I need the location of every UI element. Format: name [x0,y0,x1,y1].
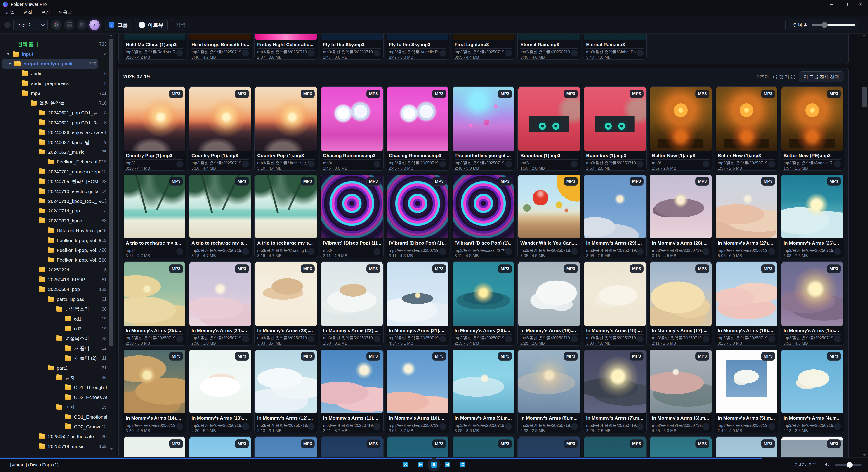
card-action-circle[interactable] [703,248,709,255]
file-card[interactable]: MP3In Mommy's Arms (29)....mp3/올린 음악들/20… [583,174,647,258]
sidebar-folder-20240710_electric guitar_bgm[interactable]: 20240710_electric guitar_bgm14 [0,187,107,196]
sidebar-scroll-down-icon[interactable] [110,448,113,450]
card-action-circle[interactable] [176,50,183,57]
card-action-circle[interactable] [176,248,183,255]
card-action-circle[interactable] [768,161,775,167]
card-action-circle[interactable] [176,336,183,343]
card-action-circle[interactable] [505,50,512,57]
card-action-circle[interactable] [834,336,841,343]
file-card[interactable]: MP3[Vibrant] (Disco Pop) (1)...mp3/올린 음악… [452,174,515,258]
file-card[interactable]: MP3A trip to recharge my s...mp3/올린 음악들/… [188,174,252,258]
card-action-circle[interactable] [439,50,446,57]
card-action-circle[interactable] [571,161,578,167]
file-card[interactable]: MP3First Light.mp3mp3/올린 음악들/20250719...… [452,34,515,60]
main-scroll-down-icon[interactable] [863,454,866,456]
volume-knob[interactable] [847,462,852,468]
card-action-circle[interactable] [703,161,709,167]
file-card[interactable]: MP3In Mommy's Arms (5).m...mp3/올린 음악들/20… [715,349,778,433]
file-card[interactable]: MP3In Mommy's Arms (21)....mp3/올린 음악들/20… [386,261,450,346]
card-action-circle[interactable] [308,161,315,167]
file-card[interactable]: MP3In Mommy's Arms (15)....mp3/올린 음악들/20… [780,261,844,346]
file-card[interactable]: MP3Wander While You Can....mp3/올린 음악들/20… [518,174,581,258]
file-card[interactable]: MP3 [254,436,318,457]
sidebar-folder-mp3[interactable]: mp3721 [0,88,107,98]
thumbnail-size-slider[interactable] [812,24,855,26]
card-action-circle[interactable] [637,423,644,430]
file-card[interactable]: MP3Better Now (RE).mp3mp3/올린 음악들/Angelic… [780,86,844,171]
file-card[interactable]: MP3In Mommy's Arms (17)....mp3/올린 음악들/20… [649,261,712,346]
sidebar-folder-20240621_pop CD1_여[interactable]: 20240621_pop CD1_여8 [0,118,107,127]
card-action-circle[interactable] [439,161,446,167]
card-action-circle[interactable] [505,161,512,167]
sidebar-folder-여자[interactable]: 여자25 [0,402,107,412]
file-card[interactable]: MP3In Mommy's Arms (20)....mp3/올린 음악들/20… [452,261,515,346]
sidebar-folder-20250527_in the cafe[interactable]: 20250527_in the cafe20 [0,432,107,441]
file-card[interactable]: MP3Country Pop (1).mp3mp3/3:10 · 4.4 MB [123,86,186,171]
card-action-circle[interactable] [308,248,315,255]
file-card[interactable]: MP3Boombox (1).mp3mp3/1:60 · 2.8 MB [518,86,581,171]
sidebar-folder-20240823_kpop[interactable]: 20240823_kpop83 [0,216,107,226]
file-card[interactable]: MP3 [452,436,515,457]
sidebar-folder-Feelkori k-pop, Vol. 6[interactable]: Feelkori k-pop, Vol. 612 [0,235,107,245]
sidebar-folder-Feelkori_Echoes of Emotion[interactable]: Feelkori_Echoes of Emotion19 [0,157,107,167]
card-action-circle[interactable] [768,423,775,430]
card-action-circle[interactable] [703,423,709,430]
file-card[interactable]: MP3In Mommy's Arms (12)....mp3/올린 음악들/20… [254,349,318,433]
file-card[interactable]: MP3The butterflies you get ...mp3/올린 음악들… [452,86,515,171]
menu-view[interactable]: 보기 [41,9,50,15]
sidebar-scroll-up-icon[interactable] [110,35,113,36]
sidebar-folder-새 폴더[interactable]: 새 폴더12 [0,343,107,353]
group-toggle[interactable]: ✓ 그룹 [105,19,132,31]
sidebar-folder-CD2_Echoes After the Ch[interactable]: CD2_Echoes After the Ch [0,392,107,402]
sort-dropdown[interactable]: 최신순 [13,19,48,31]
sidebar-folder-남자[interactable]: 남자36 [0,373,107,382]
file-card[interactable]: MP3In Mommy's Arms (27)....mp3/올린 음악들/20… [715,174,778,258]
file-card[interactable]: MP3In Mommy's Arms (26)....mp3/올린 음악들/20… [780,174,844,258]
select-group-button[interactable]: 이 그룹 전체 선택 [799,71,844,82]
sidebar-folder-20250224[interactable]: 202502243 [0,265,107,275]
file-card[interactable]: MP3Heartstrings Beneath th...mp3/올린 음악들/… [188,34,252,60]
sidebar-folder-Different Rhythms_pop[interactable]: Different Rhythms_pop15 [0,226,107,235]
file-card[interactable]: MP3 [386,436,450,457]
file-card[interactable]: MP3In Mommy's Arms (11)....mp3/올린 음악들/20… [320,349,383,433]
card-action-circle[interactable] [242,336,249,343]
menu-edit[interactable]: 편집 [23,9,32,15]
sidebar-folder-output_comfyui_pack[interactable]: output_comfyui_pack729 [2,59,98,69]
card-action-circle[interactable] [374,248,380,255]
card-action-circle[interactable] [571,50,578,57]
card-action-circle[interactable] [242,248,249,255]
sidebar-scrollbar[interactable] [109,39,114,346]
music-view-button[interactable]: ♪ [89,20,100,30]
sidebar-folder-20250418_KPOP[interactable]: 20250418_KPOP61 [0,275,107,284]
pause-button[interactable] [431,462,437,468]
file-card[interactable]: MP3In Mommy's Arms (4).m...mp3/올린 음악들/20… [780,349,844,433]
sidebar-folder-20240701_dance in zepeto[interactable]: 20240701_dance in zepeto12 [0,167,107,177]
minimize-button[interactable] [825,0,839,8]
sidebar-folder-audio_preprocess[interactable]: audio_preprocess2 [0,79,107,88]
sidebar-folder-part2[interactable]: part261 [0,363,107,373]
file-card[interactable]: MP3 [320,436,383,457]
main-scrollbar[interactable] [862,34,867,457]
sidebar-folder-input[interactable]: input4 [0,49,107,59]
file-card[interactable]: MP3Friday Night Celebratio...mp3/올린 음악들/… [254,34,318,60]
sidebar-folder-20240626_enjoy jazz cafe (BGM)[interactable]: 20240626_enjoy jazz cafe (BGM)1 [0,128,107,137]
file-card[interactable]: MP3Fly to the Sky.mp3mp3/올린 음악들/20250719… [320,34,383,60]
file-card[interactable]: MP3Chasing Romance.mp3mp3/올린 음악들/2025071… [386,86,450,171]
file-card[interactable]: MP3Better Now (1).mp3mp3/1:57 · 2.6 MB [649,86,712,171]
card-action-circle[interactable] [439,248,446,255]
card-action-circle[interactable] [374,423,380,430]
card-action-circle[interactable] [637,50,644,57]
sidebar-folder-여성목소리[interactable]: 여성목소리23 [0,334,107,343]
file-card[interactable]: MP3In Mommy's Arms (23)....mp3/올린 음악들/20… [254,261,318,346]
card-action-circle[interactable] [834,423,841,430]
sidebar-folder-CD1_Emotional Circuits[interactable]: CD1_Emotional Circuits [0,412,107,422]
card-action-circle[interactable] [242,161,249,167]
menu-help[interactable]: 도움말 [59,9,72,15]
expand-arrow-icon[interactable] [6,53,10,55]
file-card[interactable]: MP3 [188,436,252,457]
file-card[interactable]: MP3Country Pop (1).mp3mp3/올린 음악들/Jazz_재즈… [254,86,318,171]
sidebar-folder-cd1[interactable]: cd119 [0,314,107,324]
file-card[interactable]: MP3 [123,436,186,457]
file-card[interactable]: MP3In Mommy's Arms (14)....mp3/올린 음악들/20… [123,349,186,433]
palette-button[interactable] [51,20,62,30]
